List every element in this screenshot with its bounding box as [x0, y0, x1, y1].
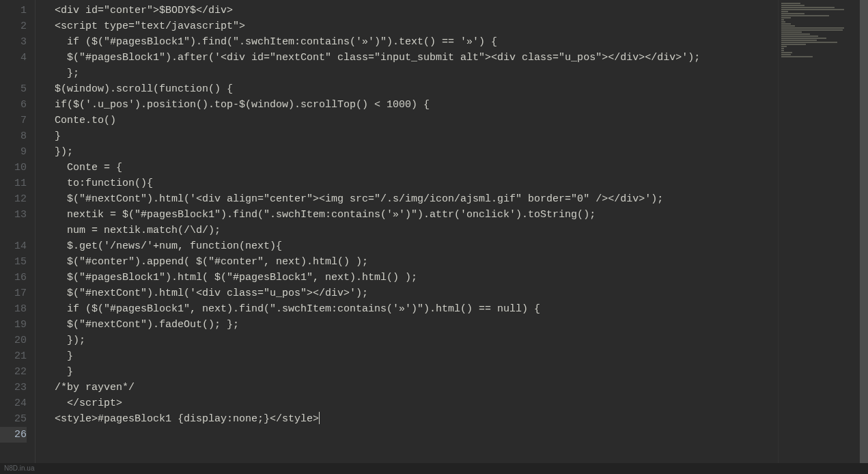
- line-number: 6: [0, 97, 27, 113]
- line-number: 21: [0, 348, 27, 364]
- code-line: Conte = {: [55, 160, 778, 176]
- minimap-line: [781, 9, 844, 10]
- line-number: 4: [0, 50, 27, 66]
- minimap-line: [781, 52, 792, 53]
- code-line: <style>#pagesBlock1 {display:none;}</sty…: [55, 411, 778, 427]
- line-number: 10: [0, 160, 27, 176]
- minimap-line: [781, 46, 787, 47]
- minimap-line: [781, 13, 804, 14]
- code-line: $(window).scroll(function() {: [55, 81, 778, 97]
- code-line: });: [55, 333, 778, 348]
- text-cursor: [319, 412, 320, 424]
- line-number: 23: [0, 380, 27, 395]
- code-line: if($('.u_pos').position().top-$(window).…: [55, 97, 778, 113]
- code-line: $("#nextCont").html('<div align="center"…: [55, 191, 778, 207]
- line-number: 15: [0, 254, 27, 270]
- code-line: to:function(){: [55, 176, 778, 191]
- vertical-scrollbar[interactable]: [860, 0, 868, 474]
- minimap-line: [781, 19, 784, 20]
- line-number: 24: [0, 395, 27, 411]
- code-editor: 1234 5678910111213 141516171819202122232…: [0, 0, 868, 474]
- line-number: 11: [0, 176, 27, 191]
- minimap-line: [781, 23, 791, 25]
- minimap-line: [781, 7, 835, 8]
- code-line: Conte.to(): [55, 113, 778, 128]
- scrollbar-thumb[interactable]: [860, 0, 868, 474]
- line-number: 7: [0, 113, 27, 128]
- minimap-line: [781, 27, 844, 29]
- code-line: num = nextik.match(/\d/);: [55, 223, 778, 238]
- line-number: 3: [0, 34, 27, 50]
- minimap-line: [781, 48, 784, 49]
- code-line: <script type="text/javascript">: [55, 18, 778, 34]
- code-line: </script>: [55, 395, 778, 411]
- minimap-line: [781, 5, 804, 6]
- line-number-continuation: [0, 223, 27, 238]
- minimap-line: [781, 25, 795, 27]
- line-number: 16: [0, 270, 27, 285]
- minimap-line: [781, 40, 817, 41]
- line-number: 13: [0, 207, 27, 223]
- status-text: N8D.in.ua: [4, 464, 34, 472]
- minimap-line: [781, 42, 837, 43]
- code-line: $("#nextCont").html('<div class="u_pos">…: [55, 285, 778, 301]
- minimap-line: [781, 33, 810, 35]
- minimap-line: [781, 17, 791, 18]
- line-number: 12: [0, 191, 27, 207]
- line-number: 14: [0, 238, 27, 254]
- code-line: $("#conter").append( $("#conter", next).…: [55, 254, 778, 270]
- minimap-line: [781, 31, 802, 33]
- minimap-line: [781, 36, 818, 37]
- minimap-line: [781, 11, 788, 12]
- line-number: 2: [0, 18, 27, 34]
- minimap-line: [781, 21, 785, 23]
- line-number: 19: [0, 317, 27, 333]
- minimap-line: [781, 44, 806, 45]
- minimap-line: [781, 38, 826, 39]
- line-number: 9: [0, 144, 27, 160]
- line-number: 8: [0, 128, 27, 144]
- code-line: }: [55, 364, 778, 380]
- code-line: $("#pagesBlock1").after('<div id="nextCo…: [55, 50, 778, 66]
- line-number: 18: [0, 301, 27, 317]
- minimap-line: [781, 54, 791, 55]
- code-line: nextik = $("#pagesBlock1").find(".swchIt…: [55, 207, 778, 223]
- minimap-line: [781, 15, 829, 16]
- line-number: 20: [0, 333, 27, 348]
- line-number: 22: [0, 364, 27, 380]
- code-line: };: [55, 66, 778, 81]
- code-line: $("#pagesBlock1").html( $("#pagesBlock1"…: [55, 270, 778, 285]
- code-line: if ($("#pagesBlock1").find(".swchItem:co…: [55, 34, 778, 50]
- code-area[interactable]: <div id="conter">$BODY$</div><script typ…: [36, 0, 778, 474]
- code-line: });: [55, 144, 778, 160]
- line-number: 1: [0, 3, 27, 18]
- status-bar: N8D.in.ua: [0, 463, 868, 474]
- minimap-line: [781, 29, 843, 31]
- line-number: 5: [0, 81, 27, 97]
- code-line: }: [55, 128, 778, 144]
- line-number-continuation: [0, 66, 27, 81]
- code-line: if ($("#pagesBlock1", next).find(".swchI…: [55, 301, 778, 317]
- line-number: 17: [0, 285, 27, 301]
- code-line: }: [55, 348, 778, 364]
- minimap-line: [781, 50, 784, 51]
- line-number: 25: [0, 411, 27, 427]
- minimap-line: [781, 56, 813, 57]
- line-number-gutter[interactable]: 1234 5678910111213 141516171819202122232…: [0, 0, 36, 474]
- minimap-line: [781, 3, 800, 4]
- code-line: <div id="conter">$BODY$</div>: [55, 3, 778, 18]
- code-line: /*by rayven*/: [55, 380, 778, 395]
- code-line: $.get('/news/'+num, function(next){: [55, 238, 778, 254]
- line-number: 26: [0, 427, 27, 443]
- code-line: $("#nextCont").fadeOut(); };: [55, 317, 778, 333]
- minimap[interactable]: [778, 0, 860, 474]
